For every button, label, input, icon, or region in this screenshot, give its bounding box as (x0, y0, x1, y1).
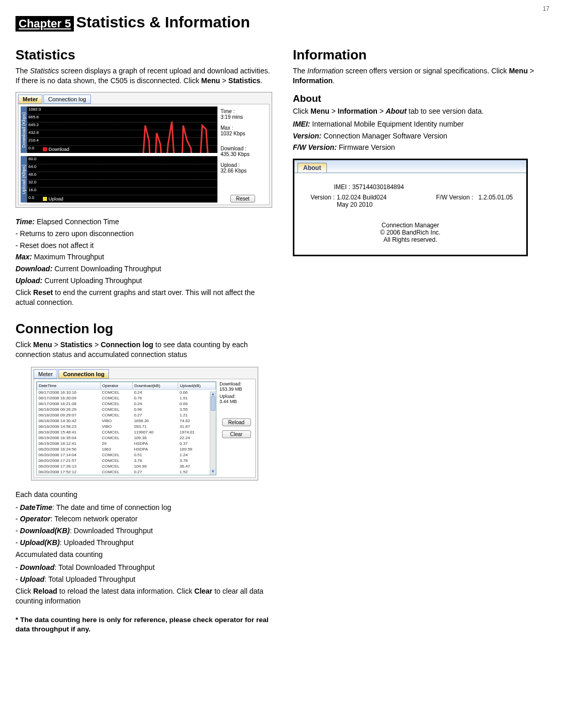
footnote: * The data counting here is only for ref… (15, 615, 272, 634)
about-imei-value: 357144030184894 (352, 183, 404, 191)
def-time-sub2: - Reset does not affect it (15, 241, 272, 251)
table-row[interactable]: 06/19/2008 16:35:04COMCEL109.3822.24 (37, 435, 216, 441)
tab-connection-log[interactable]: Connection log (43, 95, 90, 104)
chapter-tag: Chapter 5 (15, 16, 74, 32)
def-max: Max: Maximum Throughput (15, 252, 272, 262)
about-imei-label: IMEI : (323, 183, 352, 191)
tab-connection-log-2[interactable]: Connection log (58, 369, 109, 379)
about-heading: About (293, 93, 550, 104)
table-row[interactable]: 06/18/2008 09:26:29COMCEL0.963.55 (37, 407, 216, 412)
table-row[interactable]: 06/17/2008 16:20:09COMCEL0.761.91 (37, 395, 216, 401)
each-data-counting: Each data counting (15, 490, 272, 500)
log-table-header[interactable]: DateTime (37, 382, 101, 389)
scroll-down-icon[interactable]: ▾ (210, 469, 216, 475)
about-version-label: Version : (308, 194, 337, 208)
log-table-wrapper: DateTimeOperatorDownload(kB)Upload(kB) 0… (36, 381, 216, 475)
information-intro: The Information screen offers version or… (293, 66, 550, 86)
information-heading: Information (293, 47, 550, 63)
connlog-tabs: Meter Connection log (34, 369, 256, 379)
reload-clear-note: Click Reload to reload the latest data i… (15, 586, 272, 606)
download-legend: Download (43, 147, 69, 152)
log-scrollbar[interactable]: ▴ ▾ (210, 391, 216, 475)
connlog-intro: Click Menu > Statistics > Connection log… (15, 340, 272, 360)
table-row[interactable]: 06/18/2008 14:30:42VIBO1698.2674.82 (37, 418, 216, 424)
about-fw-label: F/W Version : (436, 194, 473, 201)
def-upload: Upload: Current Uploading Throughput (15, 276, 272, 286)
about-fw-def: F/W Version: Firmware Version (293, 143, 550, 152)
about-intro: Click Menu > Information > About tab to … (293, 106, 550, 116)
connlog-screenshot: Meter Connection log DateTimeOperatorDow… (31, 367, 258, 481)
table-row[interactable]: 06/18/2008 14:58:23VIBO283.7131.87 (37, 424, 216, 429)
about-version-value: 1.02.024 Build024 (337, 194, 387, 201)
statistics-heading: Statistics (15, 47, 272, 63)
acc-data-counting: Accumulated data counting (15, 550, 272, 560)
download-axis-label: Download (Kbps) (21, 106, 27, 153)
chapter-title: Statistics & Information (76, 13, 250, 31)
def-time-sub1: - Returns to zero upon disconnection (15, 229, 272, 239)
about-screenshot: About IMEI : 357144030184894 Version : 1… (293, 159, 528, 256)
scroll-thumb[interactable] (211, 396, 215, 411)
log-table-header[interactable]: Download(kB) (132, 382, 178, 389)
table-row[interactable]: 06/18/2008 09:29:07COMCEL0.271.21 (37, 412, 216, 418)
upload-axis-label: Upload (Kbps) (21, 156, 27, 203)
about-imei-def: IMEI: International Mobile Equipment Ide… (293, 119, 550, 129)
table-row[interactable]: 06/17/2008 16:21:08COMCEL0.240.66 (37, 401, 216, 407)
def-download: Download: Current Downloading Throughput (15, 264, 272, 274)
tab-about[interactable]: About (297, 163, 327, 173)
tab-meter[interactable]: Meter (18, 95, 42, 104)
def-time: Time: Elapsed Connection Time (15, 217, 272, 227)
meter-tabs: Meter Connection log (18, 95, 270, 104)
table-row[interactable]: 06/20/2008 16:24:561863HSDPA169.59 (37, 446, 216, 452)
reset-button[interactable]: Reset (230, 195, 255, 203)
upload-legend: Upload (43, 196, 64, 202)
table-row[interactable]: 06/20/2008 17:14:04COMCEL0.511.24 (37, 452, 216, 458)
table-row[interactable]: 06/20/2008 17:28:13COMCEL104.9836.47 (37, 463, 216, 469)
chapter-header: Chapter 5 Statistics & Information (15, 13, 550, 32)
table-row[interactable]: 06/20/2008 17:21:57COMCEL3.783.78 (37, 458, 216, 463)
statistics-intro: The Statistics screen displays a graph o… (15, 66, 272, 86)
table-row[interactable]: 06/20/2008 17:52:12COMCEL0.271.52 (37, 469, 216, 475)
reload-button[interactable]: Reload (222, 419, 251, 426)
meter-screenshot: Meter Connection log Download (Kbps) 108… (15, 92, 272, 208)
log-table-header[interactable]: Operator (100, 382, 132, 389)
log-table-header[interactable]: Upload(kB) (178, 382, 216, 389)
table-row[interactable]: 06/19/2008 18:12:4129HSDPA0.37 (37, 441, 216, 446)
tab-meter-2[interactable]: Meter (34, 369, 57, 379)
about-fw-value: 1.2.05.01.05 (478, 194, 513, 201)
log-side-panel: Download: 153.39 MB Upload: 3.44 MB Relo… (219, 381, 253, 475)
about-version-date: May 20 2010 (337, 201, 372, 208)
download-chart: Download (Kbps) 1082.0865.6649.2432.8216… (21, 106, 217, 153)
table-row[interactable]: 06/17/2008 16:10:16COMCEL0.240.66 (37, 389, 216, 395)
table-row[interactable]: 06/18/2008 15:48:41COMCEL119007.401974.0… (37, 429, 216, 435)
connlog-heading: Connection log (15, 321, 272, 337)
upload-chart: Upload (Kbps) 80.064.048.032.016.00.0 Up… (21, 156, 217, 203)
reset-note: Click Reset to end the current graphs an… (15, 288, 272, 307)
about-tabbar: About (294, 160, 526, 173)
page-number: 17 (15, 5, 550, 12)
about-ver-def: Version: Connection Manager Software Ver… (293, 131, 550, 141)
meter-side-panel: Time :3:19 mins Max :1032 Kbps Download … (221, 106, 267, 203)
about-copyright: Connection Manager © 2006 BandRich Inc. … (308, 222, 513, 243)
log-table: DateTimeOperatorDownload(kB)Upload(kB) 0… (37, 382, 216, 475)
clear-button[interactable]: Clear (222, 430, 251, 438)
